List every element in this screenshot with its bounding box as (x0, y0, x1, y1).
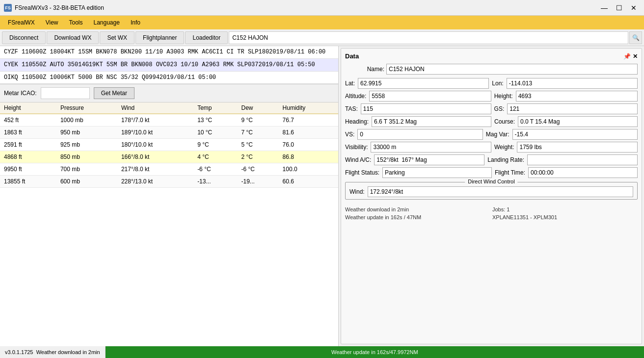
altitude-height-row: Altitude: Height: (345, 91, 638, 102)
title-bar: FS FSrealWXv3 - 32-Bit-BETA edition — ☐ … (0, 0, 644, 16)
direct-wind-section: Direct Wind Control Wind: (345, 182, 638, 200)
search-input[interactable] (229, 31, 628, 44)
table-row[interactable]: 452 ft 1000 mb 178°/7.0 kt 13 °C 9 °C 76… (0, 114, 338, 127)
menu-tools[interactable]: Tools (64, 17, 87, 28)
cell-temp: 4 °C (193, 151, 237, 163)
wind-ac-input[interactable] (374, 154, 484, 165)
app-title: FSrealWXv3 - 32-Bit-BETA edition (15, 4, 104, 11)
main-content: CYZF 110600Z 18004KT 15SM BKN078 BKN200 … (0, 46, 644, 346)
course-label: Course: (494, 118, 515, 125)
maximize-button[interactable]: ☐ (613, 3, 625, 13)
name-label: Name: (345, 66, 384, 73)
visibility-input[interactable] (371, 142, 491, 153)
status-grid: Weather download in 2min Jobs: 1 Weather… (345, 206, 638, 220)
magvar-input[interactable] (512, 129, 638, 140)
flightplanner-button[interactable]: Flightplanner (135, 31, 184, 44)
cell-wind: 166°/8.0 kt (117, 151, 193, 163)
cell-humidity: 100.0 (279, 163, 338, 176)
col-height: Height (0, 102, 56, 114)
table-row[interactable]: 13855 ft 600 mb 228°/13.0 kt -13... -19.… (0, 176, 338, 188)
menu-language[interactable]: Language (89, 17, 125, 28)
col-dew: Dew (237, 102, 278, 114)
direct-wind-row: Wind: (349, 186, 633, 197)
metar-row[interactable]: CYZF 110600Z 18004KT 15SM BKN078 BKN200 … (0, 46, 338, 59)
gs-label: GS: (494, 105, 505, 112)
close-button[interactable]: ✕ (627, 3, 640, 13)
cell-temp: 9 °C (193, 139, 237, 151)
heading-label: Heading: (345, 118, 369, 125)
cell-dew: 7 °C (237, 127, 278, 139)
course-input[interactable] (518, 116, 638, 127)
download-wx-button[interactable]: Download WX (47, 31, 99, 44)
metar-icao-label: Metar ICAO: (4, 90, 37, 97)
visibility-weight-row: Visibility: Weight: (345, 142, 638, 153)
menu-view[interactable]: View (41, 17, 63, 28)
menu-info[interactable]: Info (126, 17, 145, 28)
flight-status-input[interactable] (382, 167, 492, 178)
cell-wind: 228°/13.0 kt (117, 176, 193, 188)
tas-input[interactable] (361, 103, 491, 114)
metar-row[interactable]: OIKQ 110500Z 10006KT 5000 BR NSC 35/32 Q… (0, 72, 338, 84)
weather-update-text: Weather update in 162s / 47NM (345, 214, 490, 220)
wind-label: Wind: (349, 188, 365, 195)
cell-wind: 178°/7.0 kt (117, 114, 193, 127)
wind-ac-landing-row: Wind A/C: Landing Rate: (345, 154, 638, 165)
cell-pressure: 950 mb (56, 127, 117, 139)
title-bar-controls: — ☐ ✕ (598, 3, 640, 13)
heading-input[interactable] (372, 116, 491, 127)
visibility-label: Visibility: (345, 144, 368, 151)
height-input[interactable] (516, 91, 638, 102)
cell-wind: 180°/10.0 kt (117, 139, 193, 151)
lat-input[interactable] (358, 78, 489, 89)
cell-dew: 2 °C (237, 151, 278, 163)
cell-height: 13855 ft (0, 176, 56, 188)
altitude-input[interactable] (369, 91, 491, 102)
cell-humidity: 81.6 (279, 127, 338, 139)
minimize-button[interactable]: — (598, 3, 611, 13)
landing-rate-input[interactable] (527, 154, 638, 165)
cell-height: 9950 ft (0, 163, 56, 176)
data-title-controls: 📌 ✕ (623, 53, 638, 60)
altitude-label: Altitude: (345, 93, 366, 100)
cell-temp: 10 °C (193, 127, 237, 139)
wind-table-container[interactable]: Height Pressure Wind Temp Dew Humidity 4… (0, 102, 338, 346)
cell-humidity: 76.7 (279, 114, 338, 127)
lon-input[interactable] (507, 78, 638, 89)
vs-magvar-row: VS: Mag Var: (345, 129, 638, 140)
weight-input[interactable] (517, 142, 638, 153)
magvar-label: Mag Var: (486, 131, 510, 138)
get-metar-button[interactable]: Get Metar (94, 87, 134, 99)
menu-fsrealwx[interactable]: FSrealWX (3, 17, 40, 28)
cell-height: 2591 ft (0, 139, 56, 151)
flight-status-label: Flight Status: (345, 169, 379, 176)
cell-pressure: 925 mb (56, 139, 117, 151)
wind-input[interactable] (368, 186, 633, 197)
cell-humidity: 86.8 (279, 151, 338, 163)
lat-lon-row: Lat: Lon: (345, 78, 638, 89)
tas-gs-row: TAS: GS: (345, 103, 638, 114)
weather-download-text: Weather download in 2min (345, 206, 490, 212)
table-row[interactable]: 9950 ft 700 mb 217°/8.0 kt -6 °C -6 °C 1… (0, 163, 338, 176)
search-button[interactable]: 🔍 (629, 31, 642, 44)
data-close-button[interactable]: ✕ (633, 53, 638, 60)
metar-row[interactable]: CYEK 110550Z AUTO 35014G19KT 5SM BR BKN0… (0, 59, 338, 72)
gs-input[interactable] (507, 103, 638, 114)
set-wx-button[interactable]: Set WX (100, 31, 134, 44)
cell-pressure: 600 mb (56, 176, 117, 188)
cell-wind: 217°/8.0 kt (117, 163, 193, 176)
tas-label: TAS: (345, 105, 358, 112)
data-pin-button[interactable]: 📌 (623, 53, 631, 60)
cell-humidity: 60.6 (279, 176, 338, 188)
vs-input[interactable] (357, 129, 483, 140)
table-row[interactable]: 2591 ft 925 mb 180°/10.0 kt 9 °C 5 °C 76… (0, 139, 338, 151)
status-version: v3.0.1.1725 Weather download in 2min (0, 346, 106, 358)
table-row[interactable]: 4868 ft 850 mb 166°/8.0 kt 4 °C 2 °C 86.… (0, 151, 338, 163)
loadeditor-button[interactable]: Loadeditor (185, 31, 228, 44)
metar-icao-input[interactable] (41, 87, 90, 99)
name-input[interactable] (386, 64, 638, 75)
direct-wind-title: Direct Wind Control (465, 179, 517, 184)
disconnect-button[interactable]: Disconnect (2, 31, 46, 44)
flight-time-input[interactable] (528, 167, 638, 178)
table-row[interactable]: 1863 ft 950 mb 189°/10.0 kt 10 °C 7 °C 8… (0, 127, 338, 139)
status-bar: v3.0.1.1725 Weather download in 2min Wea… (0, 346, 644, 358)
